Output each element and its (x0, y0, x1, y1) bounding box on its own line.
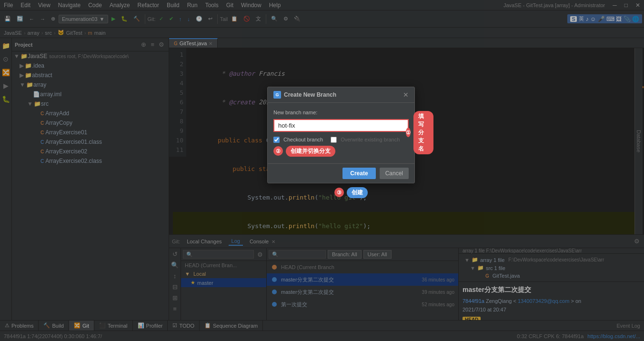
modal-header: G Create New Branch ✕ (268, 87, 414, 103)
modal-body: New branch name: ① 填写分支名 Checkout branch… (268, 103, 414, 163)
annotation-1-wrapper: ① 填写分支名 (406, 111, 433, 154)
overwrite-label: Overwrite existing branch (341, 137, 400, 142)
modal-overlay: G Create New Branch ✕ New branch name: ①… (0, 0, 644, 341)
annotation-bubble-1: 填写分支名 (413, 111, 433, 154)
modal-footer: Create Cancel (268, 163, 414, 183)
branch-name-input[interactable] (273, 119, 409, 132)
annotation-badge-1: ① (406, 128, 411, 137)
checkout-checkbox-row: Checkout branch Overwrite existing branc… (273, 137, 409, 143)
annotation-badge-3: ③ (334, 188, 344, 197)
create-button[interactable]: Create (342, 168, 375, 179)
modal-label: New branch name: ① 填写分支名 (273, 110, 409, 115)
checkout-checkbox[interactable] (273, 137, 280, 143)
annotation-bubble-3: 创建 (347, 187, 368, 198)
annotation-3-wrapper: ③ 创建 (334, 187, 368, 198)
annotation-2-wrapper: ② 创建并切换分支 (273, 146, 409, 157)
annotation-bubble-2: 创建并切换分支 (286, 146, 335, 157)
modal-close-btn[interactable]: ✕ (403, 91, 409, 99)
overwrite-checkbox[interactable] (331, 137, 337, 143)
modal-title: Create New Branch (284, 91, 336, 98)
annotation-badge-2: ② (273, 146, 283, 156)
cancel-button[interactable]: Cancel (380, 168, 409, 179)
modal-git-icon: G (273, 91, 281, 99)
checkout-label: Checkout branch (283, 137, 323, 142)
create-branch-modal: G Create New Branch ✕ New branch name: ①… (267, 87, 415, 183)
